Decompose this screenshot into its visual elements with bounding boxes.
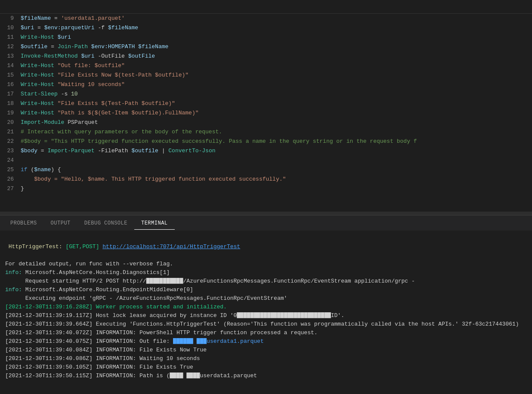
timestamp: [2021-12-30T11:39:50.115Z] <box>5 372 93 379</box>
log-text: Host lock lease acquired by instance ID … <box>93 312 344 319</box>
terminal-line: info: Microsoft.AspNetCore.Routing.Endpo… <box>5 286 527 294</box>
log-suffix: ████ ████userdata1.parquet <box>170 372 257 379</box>
code-line: 12$outfile = Join-Path $env:HOMEPATH $fi… <box>0 42 532 52</box>
horizontal-scrollbar[interactable] <box>0 212 532 215</box>
line-content: Import-Module PSParquet <box>21 118 532 127</box>
code-line: 10$uri = $env:parquetUri -f $fileName <box>0 23 532 33</box>
info-text: Microsoft.AspNetCore.Routing.EndpointMid… <box>22 286 193 293</box>
terminal-line <box>5 234 527 243</box>
line-number: 12 <box>0 42 21 52</box>
line-number: 25 <box>0 165 21 175</box>
line-number: 9 <box>0 14 21 23</box>
info-text: Microsoft.AspNetCore.Hosting.Diagnostics… <box>22 269 170 276</box>
log-text: INFORMATION: Path is ( <box>93 372 170 379</box>
terminal-line: [2021-12-30T11:39:50.105Z] INFORMATION: … <box>5 363 527 372</box>
line-content: $outfile = Join-Path $env:HOMEPATH $file… <box>21 42 532 52</box>
line-content: Invoke-RestMethod $uri -OutFile $outFile <box>21 52 532 61</box>
line-content: $fileName = 'userdata1.parquet' <box>21 14 532 23</box>
line-number: 22 <box>0 137 21 146</box>
terminal-line: [2021-12-30T11:39:16.288Z] Worker proces… <box>5 303 527 311</box>
line-number: 19 <box>0 108 21 118</box>
line-number: 14 <box>0 61 21 71</box>
line-content: } <box>21 184 532 194</box>
line-number: 23 <box>0 146 21 156</box>
code-line: 27} <box>0 184 532 194</box>
code-line: 24 <box>0 156 532 165</box>
code-line: 15Write-Host "File Exists Now $(test-Pat… <box>0 71 532 80</box>
timestamp: [2021-12-30T11:39:40.084Z] <box>5 347 93 353</box>
code-editor[interactable]: 9$fileName = 'userdata1.parquet'10$uri =… <box>0 14 532 215</box>
code-line: 14Write-Host "Out file: $outfile" <box>0 61 532 71</box>
line-number: 17 <box>0 89 21 99</box>
line-content: Write-Host "Path is $($(Get-Item $outfil… <box>21 108 532 118</box>
line-content: if ($name) { <box>21 165 532 175</box>
log-text: Worker process started and initialized. <box>93 304 227 310</box>
title-bar <box>0 0 532 14</box>
outfile-path: ██████ ███userdata1.parquet <box>173 338 264 345</box>
log-text: INFORMATION: File Exists Now True <box>93 347 207 353</box>
line-number: 20 <box>0 118 21 127</box>
terminal-line <box>5 251 527 260</box>
timestamp: [2021-12-30T11:39:16.288Z] <box>5 304 93 310</box>
line-number: 26 <box>0 175 21 184</box>
log-text: INFORMATION: File Exists True <box>93 364 193 370</box>
line-number: 18 <box>0 99 21 108</box>
line-number: 16 <box>0 80 21 89</box>
line-content: # Interact with query parameters or the … <box>21 127 532 137</box>
code-line: 25if ($name) { <box>0 165 532 175</box>
line-content: $uri = $env:parquetUri -f $fileName <box>21 23 532 33</box>
terminal-line: [2021-12-30T11:39:40.072Z] INFORMATION: … <box>5 329 527 337</box>
tab-output[interactable]: OUTPUT <box>44 217 77 230</box>
line-number: 15 <box>0 71 21 80</box>
code-line: 11Write-Host $uri <box>0 33 532 42</box>
terminal-line: info: Microsoft.AspNetCore.Hosting.Diagn… <box>5 268 527 277</box>
function-url[interactable]: http://localhost:7071/api/HttpTriggerTes… <box>102 243 240 250</box>
terminal-line: For detailed output, run func with --ver… <box>5 260 527 268</box>
line-content: $body = Import-Parquet -FilePath $outfil… <box>21 146 532 156</box>
function-label: HttpTriggerTest: <box>5 243 62 250</box>
terminal-line: [2021-12-30T11:39:19.117Z] Host lock lea… <box>5 311 527 320</box>
line-number: 21 <box>0 127 21 137</box>
line-number: 11 <box>0 33 21 42</box>
timestamp: [2021-12-30T11:39:39.664Z] <box>5 321 93 327</box>
line-number: 27 <box>0 184 21 194</box>
line-number: 24 <box>0 156 21 165</box>
code-line: 20Import-Module PSParquet <box>0 118 532 127</box>
log-text: INFORMATION: Out file: <box>93 338 173 345</box>
line-content: #$body = "This HTTP triggered function e… <box>21 137 532 146</box>
tab-terminal[interactable]: TERMINAL <box>134 217 175 230</box>
line-content: $body = "Hello, $name. This HTTP trigger… <box>21 175 532 184</box>
code-line: 18Write-Host "File Exists $(Test-Path $o… <box>0 99 532 108</box>
timestamp: [2021-12-30T11:39:50.105Z] <box>5 364 93 370</box>
timestamp: [2021-12-30T11:39:40.086Z] <box>5 355 93 362</box>
function-methods: [GET,POST] <box>62 243 99 250</box>
tab-debug-console[interactable]: DEBUG CONSOLE <box>77 217 134 230</box>
line-content: Write-Host $uri <box>21 33 532 42</box>
code-line: 17Start-Sleep -s 10 <box>0 89 532 99</box>
code-line: 16Write-Host "Waiting 10 seconds" <box>0 80 532 89</box>
code-line: 19Write-Host "Path is $($(Get-Item $outf… <box>0 108 532 118</box>
terminal-line: [2021-12-30T11:39:40.084Z] INFORMATION: … <box>5 346 527 354</box>
terminal-line: Request starting HTTP/2 POST http://████… <box>5 277 527 286</box>
terminal-line: [2021-12-30T11:39:40.086Z] INFORMATION: … <box>5 354 527 363</box>
code-line: 26 $body = "Hello, $name. This HTTP trig… <box>0 175 532 184</box>
timestamp: [2021-12-30T11:39:19.117Z] <box>5 312 93 319</box>
terminal-line: Executing endpoint 'gRPC - /AzureFunctio… <box>5 294 527 303</box>
line-number: 13 <box>0 52 21 61</box>
code-line: 9$fileName = 'userdata1.parquet' <box>0 14 532 23</box>
code-line: 23$body = Import-Parquet -FilePath $outf… <box>0 146 532 156</box>
terminal-line: [2021-12-30T11:39:39.664Z] Executing 'Fu… <box>5 320 527 329</box>
terminal-line: HttpTriggerTest: [GET,POST] http://local… <box>5 243 527 251</box>
panel-tabs: PROBLEMS OUTPUT DEBUG CONSOLE TERMINAL <box>0 215 532 231</box>
log-text: Executing 'Functions.HttpTriggerTest' (R… <box>93 321 458 327</box>
line-content: Write-Host "File Exists $(Test-Path $out… <box>21 99 532 108</box>
terminal-line: [2021-12-30T11:39:40.075Z] INFORMATION: … <box>5 337 527 346</box>
line-content: Write-Host "File Exists Now $(test-Path … <box>21 71 532 80</box>
code-lines: 9$fileName = 'userdata1.parquet'10$uri =… <box>0 14 532 212</box>
code-line: 22#$body = "This HTTP triggered function… <box>0 137 532 146</box>
log-text: INFORMATION: PowerShell HTTP trigger fun… <box>93 329 318 336</box>
terminal-line: [2021-12-30T11:39:50.115Z] INFORMATION: … <box>5 372 527 380</box>
tab-problems[interactable]: PROBLEMS <box>3 217 44 230</box>
line-content: Write-Host "Waiting 10 seconds" <box>21 80 532 89</box>
terminal-panel[interactable]: HttpTriggerTest: [GET,POST] http://local… <box>0 231 532 394</box>
